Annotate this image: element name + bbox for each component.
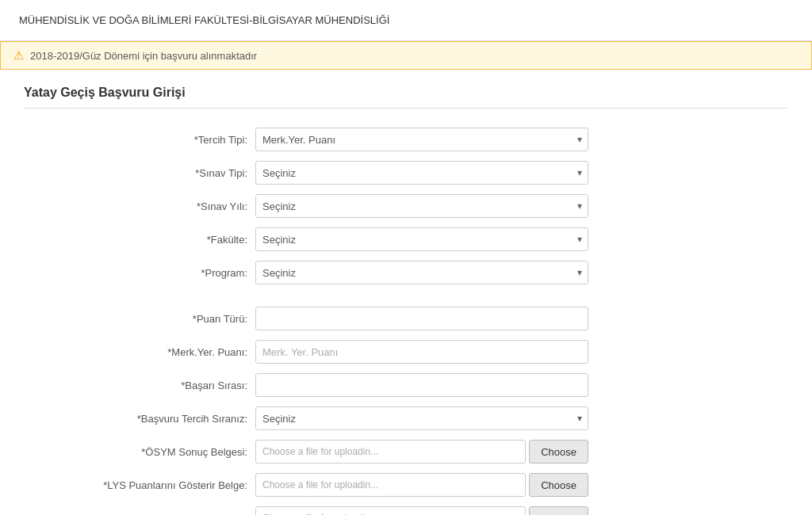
tercih-tipi-group: *Tercih Tipi: Merk.Yer. Puanı [97, 128, 715, 151]
sinav-yili-select-wrapper: Seçiniz [255, 194, 588, 218]
tercih-tipi-select[interactable]: Merk.Yer. Puanı [255, 128, 588, 151]
sinav-tipi-label: *Sınav Tipi: [97, 167, 255, 179]
basvuru-tercih-sirasi-select[interactable]: Seçiniz [255, 406, 588, 430]
program-label: *Program: [97, 267, 255, 279]
program-group: *Program: Seçiniz [97, 261, 715, 284]
basvuru-tercih-sirasi-select-wrapper: Seçiniz [255, 406, 588, 430]
sinav-yili-label: *Sınav Yılı: [97, 200, 255, 212]
top-bar: MÜHENDİSLİK VE DOĞA BİLİMLERİ FAKÜLTESİ-… [0, 0, 812, 41]
puan-turu-group: *Puan Türü: [97, 307, 715, 330]
merk-yer-puani-label: *Merk.Yer. Puanı: [97, 346, 255, 358]
osym-belge-label: *ÖSYM Sonuç Belgesi: [97, 446, 255, 458]
program-select-wrapper: Seçiniz [255, 261, 588, 284]
fakulte-select[interactable]: Seçiniz [255, 227, 588, 251]
basvuru-tercih-sirasi-label: *Başvuru Tercih Sıranız: [97, 413, 255, 425]
warning-icon: ⚠ [13, 48, 24, 63]
fakulte-label: *Fakülte: [97, 234, 255, 246]
section-title: Yatay Geçiş Başvuru Girişi [24, 86, 788, 109]
fakulte-group: *Fakülte: Seçiniz [97, 227, 715, 251]
dil-belge-group: *Dil Yeterlilik Belgesi: Choose [97, 506, 715, 515]
tercih-tipi-label: *Tercih Tipi: [97, 134, 255, 146]
sinav-tipi-group: *Sınav Tipi: Seçiniz [97, 161, 715, 185]
lys-choose-button[interactable]: Choose [529, 473, 588, 497]
osym-file-wrapper: Choose [255, 440, 588, 464]
form-container: *Tercih Tipi: Merk.Yer. Puanı *Sınav Tip… [97, 128, 715, 515]
puan-turu-label: *Puan Türü: [97, 313, 255, 325]
sinav-tipi-select-wrapper: Seçiniz [255, 161, 588, 185]
lys-belge-group: *LYS Puanlarını Gösterir Belge: Choose [97, 473, 715, 497]
tercih-tipi-select-wrapper: Merk.Yer. Puanı [255, 128, 588, 151]
osym-belge-group: *ÖSYM Sonuç Belgesi: Choose [97, 440, 715, 464]
merk-yer-puani-input[interactable] [255, 340, 588, 364]
dil-file-text [255, 506, 526, 515]
dil-choose-button[interactable]: Choose [529, 506, 588, 515]
basari-sirasi-label: *Başarı Sırası: [97, 380, 255, 391]
faculty-title: MÜHENDİSLİK VE DOĞA BİLİMLERİ FAKÜLTESİ-… [19, 14, 389, 26]
sinav-tipi-select[interactable]: Seçiniz [255, 161, 588, 185]
fakulte-select-wrapper: Seçiniz [255, 227, 588, 251]
program-select[interactable]: Seçiniz [255, 261, 588, 284]
alert-bar: ⚠ 2018-2019/Güz Dönemi için başvuru alın… [0, 41, 812, 70]
lys-file-wrapper: Choose [255, 473, 588, 497]
dil-belge-label: *Dil Yeterlilik Belgesi: [97, 513, 255, 516]
basari-sirasi-input[interactable] [255, 373, 588, 397]
sinav-yili-group: *Sınav Yılı: Seçiniz [97, 194, 715, 218]
osym-choose-button[interactable]: Choose [529, 440, 588, 464]
lys-file-text [255, 473, 526, 497]
puan-turu-input[interactable] [255, 307, 588, 330]
alert-text: 2018-2019/Güz Dönemi için başvuru alınma… [30, 50, 257, 62]
osym-file-text [255, 440, 526, 464]
main-content: Yatay Geçiş Başvuru Girişi *Tercih Tipi:… [0, 70, 812, 515]
dil-file-wrapper: Choose [255, 506, 588, 515]
lys-belge-label: *LYS Puanlarını Gösterir Belge: [97, 479, 255, 491]
basari-sirasi-group: *Başarı Sırası: [97, 373, 715, 397]
sinav-yili-select[interactable]: Seçiniz [255, 194, 588, 218]
basvuru-tercih-sirasi-group: *Başvuru Tercih Sıranız: Seçiniz [97, 406, 715, 430]
merk-yer-puani-group: *Merk.Yer. Puanı: [97, 340, 715, 364]
